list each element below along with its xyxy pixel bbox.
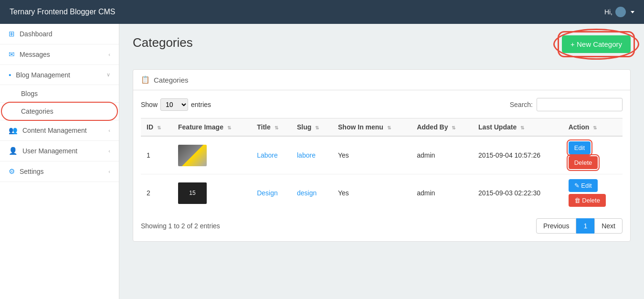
page-1-button[interactable]: 1	[576, 218, 594, 234]
delete-button[interactable]: Delete	[569, 156, 598, 169]
table-footer: Showing 1 to 2 of 2 entries Previous 1 N…	[141, 218, 623, 234]
content-icon: 👥	[9, 126, 18, 135]
cell-slug: design	[291, 174, 332, 212]
next-button[interactable]: Next	[594, 218, 623, 234]
cell-added-by: admin	[411, 174, 473, 212]
gear-icon: ⚙	[9, 167, 15, 176]
table-row: 2 15 Design design	[141, 174, 623, 212]
edit-button[interactable]: ✎ Edit	[569, 179, 598, 192]
sidebar: ⊞ Dashboard ✉ Messages ‹ ▪ Blog Manageme…	[0, 24, 119, 299]
feature-image	[178, 145, 207, 166]
blog-icon: ▪	[9, 71, 11, 79]
chevron-down-icon: ∨	[106, 72, 110, 78]
cell-show-in-menu: Yes	[332, 136, 411, 174]
cell-title: Labore	[251, 136, 291, 174]
slug-link[interactable]: design	[297, 189, 317, 197]
sort-icon: ⇅	[593, 125, 597, 130]
entries-label: entries	[191, 101, 211, 108]
user-icon: 👤	[9, 147, 18, 155]
col-action[interactable]: Action ⇅	[563, 118, 623, 137]
card-body: Show 10 25 50 100 entries Search:	[133, 90, 630, 241]
slug-link[interactable]: labore	[297, 151, 316, 159]
cell-last-update: 2015-09-03 02:22:30	[473, 174, 563, 212]
cell-feature-image	[172, 136, 251, 174]
sort-icon: ⇅	[452, 125, 455, 130]
previous-button[interactable]: Previous	[536, 218, 576, 234]
card-header: 📋 Categories	[133, 70, 630, 90]
user-greeting: Hi,	[604, 8, 612, 16]
col-id[interactable]: ID ⇅	[141, 118, 172, 137]
pagination: Previous 1 Next	[536, 218, 623, 234]
sidebar-item-blogs[interactable]: Blogs	[0, 85, 119, 103]
showing-text: Showing 1 to 2 of 2 entries	[141, 222, 220, 230]
sidebar-item-dashboard[interactable]: ⊞ Dashboard	[0, 24, 119, 44]
edit-button[interactable]: Edit	[569, 141, 591, 154]
sidebar-item-label: Dashboard	[20, 30, 110, 38]
col-title[interactable]: Title ⇅	[251, 118, 291, 137]
table-head: ID ⇅ Feature Image ⇅ Title ⇅ Slug ⇅ Show…	[141, 118, 623, 137]
cell-show-in-menu: Yes	[332, 174, 411, 212]
col-slug[interactable]: Slug ⇅	[291, 118, 332, 137]
col-added-by[interactable]: Added By ⇅	[411, 118, 473, 137]
sidebar-item-label: Content Management	[22, 127, 108, 134]
top-nav: Ternary Frontend Blogger CMS Hi,	[0, 0, 644, 24]
cell-action: ✎ Edit 🗑 Delete	[563, 174, 623, 212]
table-row: 1 Labore labore Yes admin	[141, 136, 623, 174]
cell-action: Edit Delete	[563, 136, 623, 174]
show-label: Show	[141, 101, 158, 108]
new-category-button-wrapper: + New Category	[562, 35, 631, 53]
chevron-left-icon: ‹	[108, 128, 110, 133]
avatar	[615, 7, 626, 17]
new-category-button[interactable]: + New Category	[562, 35, 631, 53]
cell-title: Design	[251, 174, 291, 212]
sidebar-item-categories[interactable]: Categories	[0, 103, 119, 120]
action-buttons: Edit Delete	[569, 141, 617, 169]
sidebar-item-user-management[interactable]: 👤 User Management ‹	[0, 141, 119, 161]
cell-last-update: 2015-09-04 10:57:26	[473, 136, 563, 174]
envelope-icon: ✉	[9, 50, 15, 59]
main-content: Categories + New Category 📋 Categories S…	[119, 24, 644, 299]
table-controls: Show 10 25 50 100 entries Search:	[141, 98, 623, 111]
sidebar-item-messages[interactable]: ✉ Messages ‹	[0, 44, 119, 65]
sort-icon: ⇅	[157, 125, 161, 130]
action-buttons: ✎ Edit 🗑 Delete	[569, 179, 617, 207]
title-link[interactable]: Design	[257, 189, 278, 197]
col-feature-image[interactable]: Feature Image ⇅	[172, 118, 251, 137]
categories-table: ID ⇅ Feature Image ⇅ Title ⇅ Slug ⇅ Show…	[141, 118, 623, 212]
sidebar-item-content-management[interactable]: 👥 Content Management ‹	[0, 120, 119, 141]
sidebar-item-label: Blogs	[21, 90, 38, 97]
sidebar-item-label: Categories	[21, 107, 53, 115]
cell-slug: labore	[291, 136, 332, 174]
sidebar-item-label: Messages	[20, 51, 108, 58]
search-label: Search:	[510, 101, 533, 108]
sort-icon: ⇅	[520, 125, 524, 130]
chevron-down-icon	[631, 11, 634, 13]
feature-image: 15	[178, 182, 207, 204]
page-title: Categories	[133, 35, 193, 50]
chevron-left-icon: ‹	[108, 52, 110, 57]
cell-added-by: admin	[411, 136, 473, 174]
entries-select[interactable]: 10 25 50 100	[160, 98, 188, 111]
cell-feature-image: 15	[172, 174, 251, 212]
sidebar-item-settings[interactable]: ⚙ Settings ‹	[0, 161, 119, 182]
sort-icon: ⇅	[274, 125, 278, 130]
col-last-update[interactable]: Last Update ⇅	[473, 118, 563, 137]
sort-icon: ⇅	[387, 125, 391, 130]
cell-id: 1	[141, 136, 172, 174]
title-link[interactable]: Labore	[257, 151, 278, 159]
categories-card: 📋 Categories Show 10 25 50 100 entries	[133, 69, 631, 242]
sidebar-item-blog-management[interactable]: ▪ Blog Management ∨	[0, 65, 119, 85]
search-input[interactable]	[537, 98, 623, 111]
delete-button[interactable]: 🗑 Delete	[569, 194, 606, 207]
table-icon: 📋	[141, 75, 150, 84]
sort-icon: ⇅	[315, 125, 319, 130]
sidebar-item-label: Blog Management	[16, 71, 106, 79]
show-entries-control: Show 10 25 50 100 entries	[141, 98, 211, 111]
user-menu[interactable]: Hi,	[604, 7, 634, 17]
app-title: Ternary Frontend Blogger CMS	[10, 8, 115, 16]
dashboard-icon: ⊞	[9, 30, 15, 38]
card-header-title: Categories	[154, 76, 189, 84]
sidebar-item-label: User Management	[22, 147, 108, 155]
table-body: 1 Labore labore Yes admin	[141, 136, 623, 212]
col-show-in-menu[interactable]: Show In menu ⇅	[332, 118, 411, 137]
